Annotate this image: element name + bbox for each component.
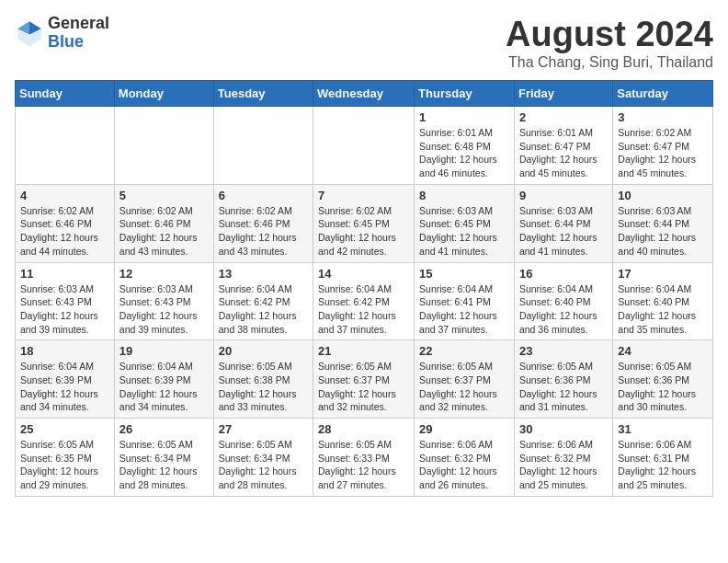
calendar-day-13: 13Sunrise: 6:04 AMSunset: 6:42 PMDayligh… — [213, 262, 313, 340]
calendar-day-22: 22Sunrise: 6:05 AMSunset: 6:37 PMDayligh… — [415, 340, 515, 419]
day-info: Sunrise: 6:05 AMSunset: 6:37 PMDaylight:… — [419, 360, 509, 414]
day-number: 10 — [618, 189, 708, 202]
weekday-header-tuesday: Tuesday — [213, 81, 313, 107]
calendar-day-27: 27Sunrise: 6:05 AMSunset: 6:34 PMDayligh… — [213, 419, 313, 497]
calendar-week-row: 11Sunrise: 6:03 AMSunset: 6:43 PMDayligh… — [16, 262, 713, 340]
day-number: 1 — [419, 110, 509, 124]
calendar-week-row: 18Sunrise: 6:04 AMSunset: 6:39 PMDayligh… — [16, 340, 713, 419]
day-number: 20 — [219, 344, 308, 358]
day-number: 18 — [20, 344, 109, 358]
weekday-header-friday: Friday — [514, 81, 612, 107]
day-number: 16 — [519, 267, 608, 281]
day-info: Sunrise: 6:02 AMSunset: 6:46 PMDaylight:… — [219, 204, 308, 259]
calendar-day-6: 6Sunrise: 6:02 AMSunset: 6:46 PMDaylight… — [213, 184, 313, 262]
calendar-week-row: 25Sunrise: 6:05 AMSunset: 6:35 PMDayligh… — [16, 419, 713, 497]
calendar-week-row: 4Sunrise: 6:02 AMSunset: 6:46 PMDaylight… — [16, 184, 713, 262]
day-info: Sunrise: 6:04 AMSunset: 6:39 PMDaylight:… — [119, 360, 209, 414]
calendar-day-18: 18Sunrise: 6:04 AMSunset: 6:39 PMDayligh… — [16, 340, 115, 419]
calendar-week-row: 1Sunrise: 6:01 AMSunset: 6:48 PMDaylight… — [16, 107, 713, 185]
day-info: Sunrise: 6:05 AMSunset: 6:36 PMDaylight:… — [618, 360, 708, 414]
logo-text: General Blue — [48, 15, 109, 52]
calendar-day-3: 3Sunrise: 6:02 AMSunset: 6:47 PMDaylight… — [613, 107, 713, 185]
calendar-day-26: 26Sunrise: 6:05 AMSunset: 6:34 PMDayligh… — [114, 419, 213, 497]
day-info: Sunrise: 6:05 AMSunset: 6:37 PMDaylight:… — [318, 360, 409, 414]
day-info: Sunrise: 6:05 AMSunset: 6:35 PMDaylight:… — [20, 438, 109, 492]
day-number: 22 — [419, 344, 509, 358]
weekday-header-wednesday: Wednesday — [313, 81, 415, 107]
day-number: 29 — [419, 422, 509, 436]
day-number: 4 — [20, 189, 109, 202]
day-number: 24 — [618, 344, 708, 358]
day-number: 5 — [119, 189, 209, 202]
day-info: Sunrise: 6:03 AMSunset: 6:44 PMDaylight:… — [618, 204, 708, 259]
day-number: 3 — [618, 110, 708, 124]
day-number: 27 — [219, 422, 308, 436]
calendar-day-31: 31Sunrise: 6:06 AMSunset: 6:31 PMDayligh… — [613, 419, 713, 497]
day-number: 31 — [618, 422, 708, 436]
calendar-empty-cell — [16, 107, 115, 185]
calendar-empty-cell — [213, 107, 313, 185]
calendar-day-5: 5Sunrise: 6:02 AMSunset: 6:46 PMDaylight… — [114, 184, 213, 262]
day-info: Sunrise: 6:04 AMSunset: 6:40 PMDaylight:… — [618, 282, 708, 337]
calendar-empty-cell — [114, 107, 213, 185]
day-info: Sunrise: 6:02 AMSunset: 6:45 PMDaylight:… — [318, 204, 409, 259]
page-header: General Blue August 2024 Tha Chang, Sing… — [15, 15, 713, 71]
logo-blue: Blue — [48, 33, 109, 52]
day-info: Sunrise: 6:04 AMSunset: 6:41 PMDaylight:… — [419, 282, 509, 337]
day-number: 15 — [419, 267, 509, 281]
day-number: 23 — [519, 344, 608, 358]
calendar-day-8: 8Sunrise: 6:03 AMSunset: 6:45 PMDaylight… — [415, 184, 515, 262]
day-info: Sunrise: 6:01 AMSunset: 6:47 PMDaylight:… — [519, 126, 608, 180]
logo-icon — [15, 18, 44, 48]
weekday-header-saturday: Saturday — [613, 81, 713, 107]
day-number: 6 — [219, 189, 308, 202]
day-number: 26 — [119, 422, 209, 436]
calendar-day-21: 21Sunrise: 6:05 AMSunset: 6:37 PMDayligh… — [313, 340, 415, 419]
day-number: 8 — [419, 189, 509, 202]
day-info: Sunrise: 6:03 AMSunset: 6:43 PMDaylight:… — [20, 282, 109, 337]
title-block: August 2024 Tha Chang, Sing Buri, Thaila… — [506, 15, 713, 71]
day-number: 28 — [318, 422, 409, 436]
calendar-day-23: 23Sunrise: 6:05 AMSunset: 6:36 PMDayligh… — [514, 340, 612, 419]
calendar-day-11: 11Sunrise: 6:03 AMSunset: 6:43 PMDayligh… — [16, 262, 115, 340]
day-number: 14 — [318, 267, 409, 281]
day-number: 12 — [119, 267, 209, 281]
calendar-day-9: 9Sunrise: 6:03 AMSunset: 6:44 PMDaylight… — [514, 184, 612, 262]
day-number: 25 — [20, 422, 109, 436]
logo: General Blue — [15, 15, 109, 52]
day-info: Sunrise: 6:05 AMSunset: 6:34 PMDaylight:… — [119, 438, 209, 492]
day-number: 19 — [119, 344, 209, 358]
calendar-day-20: 20Sunrise: 6:05 AMSunset: 6:38 PMDayligh… — [213, 340, 313, 419]
month-title: August 2024 — [506, 15, 713, 54]
calendar-day-10: 10Sunrise: 6:03 AMSunset: 6:44 PMDayligh… — [613, 184, 713, 262]
day-number: 17 — [618, 267, 708, 281]
day-number: 13 — [219, 267, 308, 281]
calendar-day-19: 19Sunrise: 6:04 AMSunset: 6:39 PMDayligh… — [114, 340, 213, 419]
calendar-day-2: 2Sunrise: 6:01 AMSunset: 6:47 PMDaylight… — [514, 107, 612, 185]
day-info: Sunrise: 6:02 AMSunset: 6:46 PMDaylight:… — [119, 204, 209, 259]
calendar-empty-cell — [313, 107, 415, 185]
weekday-header-row: SundayMondayTuesdayWednesdayThursdayFrid… — [16, 81, 713, 107]
day-info: Sunrise: 6:06 AMSunset: 6:32 PMDaylight:… — [519, 438, 608, 492]
calendar-day-14: 14Sunrise: 6:04 AMSunset: 6:42 PMDayligh… — [313, 262, 415, 340]
day-number: 7 — [318, 189, 409, 202]
calendar-table: SundayMondayTuesdayWednesdayThursdayFrid… — [15, 80, 713, 497]
calendar-day-4: 4Sunrise: 6:02 AMSunset: 6:46 PMDaylight… — [16, 184, 115, 262]
day-info: Sunrise: 6:04 AMSunset: 6:40 PMDaylight:… — [519, 282, 608, 337]
day-info: Sunrise: 6:04 AMSunset: 6:42 PMDaylight:… — [219, 282, 308, 337]
day-info: Sunrise: 6:01 AMSunset: 6:48 PMDaylight:… — [419, 126, 509, 180]
calendar-day-29: 29Sunrise: 6:06 AMSunset: 6:32 PMDayligh… — [415, 419, 515, 497]
calendar-day-1: 1Sunrise: 6:01 AMSunset: 6:48 PMDaylight… — [415, 107, 515, 185]
calendar-day-15: 15Sunrise: 6:04 AMSunset: 6:41 PMDayligh… — [415, 262, 515, 340]
location-title: Tha Chang, Sing Buri, Thailand — [506, 54, 713, 71]
day-info: Sunrise: 6:03 AMSunset: 6:44 PMDaylight:… — [519, 204, 608, 259]
day-number: 21 — [318, 344, 409, 358]
calendar-day-24: 24Sunrise: 6:05 AMSunset: 6:36 PMDayligh… — [613, 340, 713, 419]
day-info: Sunrise: 6:04 AMSunset: 6:39 PMDaylight:… — [20, 360, 109, 414]
day-info: Sunrise: 6:03 AMSunset: 6:45 PMDaylight:… — [419, 204, 509, 259]
calendar-day-7: 7Sunrise: 6:02 AMSunset: 6:45 PMDaylight… — [313, 184, 415, 262]
logo-general: General — [48, 15, 109, 33]
calendar-day-17: 17Sunrise: 6:04 AMSunset: 6:40 PMDayligh… — [613, 262, 713, 340]
day-info: Sunrise: 6:02 AMSunset: 6:46 PMDaylight:… — [20, 204, 109, 259]
day-info: Sunrise: 6:06 AMSunset: 6:32 PMDaylight:… — [419, 438, 509, 492]
